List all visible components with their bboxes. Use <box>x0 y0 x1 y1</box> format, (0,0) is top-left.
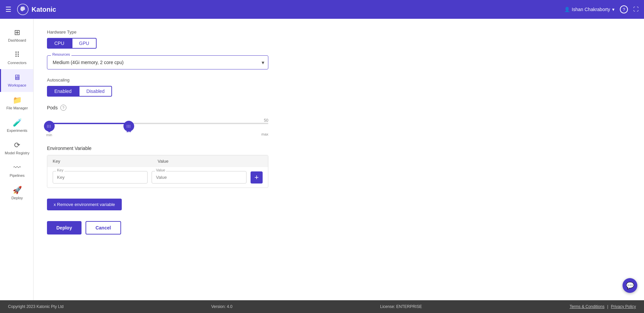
sidebar-label-workspace: Workspace <box>8 83 26 88</box>
env-key-wrapper: Key <box>53 171 148 184</box>
slider-fill <box>47 123 129 124</box>
env-value-input[interactable] <box>152 171 247 184</box>
menu-icon[interactable]: ☰ <box>5 5 11 13</box>
file-manager-icon: 📁 <box>13 96 22 105</box>
chevron-down-icon: ▾ <box>612 7 614 12</box>
slider-min-handle-icon: ||| <box>47 124 51 128</box>
footer-license: License: ENTERPRISE <box>380 304 422 309</box>
sidebar-label-file-manager: File Manager <box>6 106 28 110</box>
logo-text: Katonic <box>32 6 56 13</box>
sidebar-item-deploy[interactable]: 🚀 Deploy <box>0 182 33 204</box>
cpu-button[interactable]: CPU <box>47 38 72 49</box>
env-title: Environment Variable <box>47 146 631 151</box>
sidebar-item-model-registry[interactable]: ⟳ Model Registry <box>0 137 33 159</box>
sidebar-label-experiments: Experiments <box>7 128 27 133</box>
sidebar: ⊞ Dashboard ⠿ Connectors 🖥 Workspace 📁 F… <box>0 19 34 300</box>
dashboard-icon: ⊞ <box>14 28 20 37</box>
sidebar-label-connectors: Connectors <box>8 61 26 65</box>
pods-label: Pods <box>47 105 58 110</box>
pods-min-label: min <box>46 133 52 137</box>
navbar-right: 👤 Ishan Chakraborty ▾ ? ⛶ <box>564 5 639 13</box>
env-key-input[interactable] <box>53 171 148 184</box>
user-name: Ishan Chakraborty <box>572 7 610 12</box>
footer-version: Version: 4.0 <box>211 304 232 309</box>
footer-copyright: Copyright 2023 Katonic Pty Ltd <box>8 304 63 309</box>
slider-min-value: 1 <box>48 128 50 133</box>
chat-bubble[interactable]: 💬 <box>623 278 637 293</box>
sidebar-label-model-registry: Model Registry <box>5 151 29 155</box>
pods-help-icon[interactable]: ? <box>60 105 66 111</box>
sidebar-item-file-manager[interactable]: 📁 File Manager <box>0 92 33 114</box>
pods-section: Pods ? ||| ||| 1 min 20 50 max <box>47 105 631 136</box>
resources-section: Resources Medium (4Gi memory, 2 core cpu… <box>47 55 268 69</box>
slider-max-handle-icon: ||| <box>127 124 131 128</box>
pods-max-label: max <box>261 132 268 136</box>
sidebar-item-dashboard[interactable]: ⊞ Dashboard <box>0 24 33 47</box>
gpu-button[interactable]: GPU <box>72 38 97 49</box>
help-label: ? <box>623 7 625 12</box>
chat-icon: 💬 <box>626 281 634 290</box>
autoscaling-toggle-group: Enabled Disabled <box>47 86 631 97</box>
autoscaling-enabled-button[interactable]: Enabled <box>47 86 79 97</box>
action-buttons: Deploy Cancel <box>47 221 631 234</box>
env-table: Key Value Key Value + <box>47 155 268 188</box>
sidebar-label-deploy: Deploy <box>11 196 23 200</box>
pods-slider[interactable]: ||| ||| 1 min 20 50 max <box>47 116 268 136</box>
connectors-icon: ⠿ <box>14 51 20 59</box>
hardware-type-section: Hardware Type CPU GPU <box>47 30 631 49</box>
env-table-header: Key Value <box>47 155 268 167</box>
env-key-label: Key <box>56 168 64 172</box>
hardware-type-label: Hardware Type <box>47 30 631 35</box>
user-avatar-icon: 👤 <box>564 7 570 12</box>
sidebar-item-experiments[interactable]: 🧪 Experiments <box>0 114 33 137</box>
add-env-button[interactable]: + <box>251 171 263 184</box>
remove-env-button[interactable]: x Remove environment variable <box>47 199 122 210</box>
footer-terms-link[interactable]: Terms & Conditions <box>570 304 604 309</box>
cancel-button[interactable]: Cancel <box>86 221 121 234</box>
sidebar-item-workspace[interactable]: 🖥 Workspace <box>0 69 33 92</box>
pipelines-icon: 〰 <box>13 163 21 172</box>
env-value-label: Value <box>155 168 166 172</box>
hardware-toggle-group: CPU GPU <box>47 38 631 49</box>
resources-select[interactable]: Medium (4Gi memory, 2 core cpu) Small (2… <box>47 55 268 69</box>
navbar: ☰ Katonic 👤 Ishan Chakraborty ▾ ? ⛶ <box>0 0 644 19</box>
sidebar-label-pipelines: Pipelines <box>10 173 25 178</box>
main-content: Hardware Type CPU GPU Resources Medium (… <box>34 19 644 300</box>
footer-separator: | <box>607 304 608 309</box>
experiments-icon: 🧪 <box>13 118 22 127</box>
workspace-icon: 🖥 <box>13 73 21 82</box>
expand-icon[interactable]: ⛶ <box>633 6 639 12</box>
env-col-value-header: Value <box>158 159 263 164</box>
logo-icon <box>17 3 29 15</box>
sidebar-label-dashboard: Dashboard <box>8 38 26 43</box>
autoscaling-label: Autoscaling <box>47 77 631 83</box>
autoscaling-disabled-button[interactable]: Disabled <box>79 86 112 97</box>
help-icon[interactable]: ? <box>620 5 628 13</box>
sidebar-item-pipelines[interactable]: 〰 Pipelines <box>0 159 33 182</box>
deploy-icon: 🚀 <box>13 186 22 195</box>
navbar-left: ☰ Katonic <box>5 3 56 15</box>
logo: Katonic <box>17 3 56 15</box>
sidebar-item-connectors[interactable]: ⠿ Connectors <box>0 47 33 69</box>
autoscaling-section: Autoscaling Enabled Disabled <box>47 77 631 97</box>
footer-privacy-link[interactable]: Privacy Policy <box>611 304 636 309</box>
env-value-wrapper: Value <box>152 171 247 184</box>
user-info[interactable]: 👤 Ishan Chakraborty ▾ <box>564 7 614 12</box>
footer-links: Terms & Conditions | Privacy Policy <box>570 304 636 309</box>
deploy-button[interactable]: Deploy <box>47 221 82 234</box>
resources-label: Resources <box>51 52 71 56</box>
env-table-row: Key Value + <box>47 167 268 188</box>
env-col-key-header: Key <box>53 159 158 164</box>
pods-header: Pods ? <box>47 105 631 111</box>
slider-max-handle-value: 20 <box>126 128 131 133</box>
model-registry-icon: ⟳ <box>14 141 20 150</box>
env-section: Environment Variable Key Value Key Value… <box>47 146 631 188</box>
slider-end-max-value: 50 <box>264 118 268 123</box>
main-layout: ⊞ Dashboard ⠿ Connectors 🖥 Workspace 📁 F… <box>0 19 644 300</box>
slider-track <box>47 123 268 124</box>
footer: Copyright 2023 Katonic Pty Ltd Version: … <box>0 300 644 313</box>
